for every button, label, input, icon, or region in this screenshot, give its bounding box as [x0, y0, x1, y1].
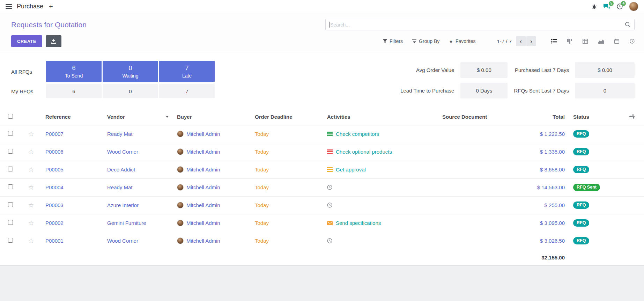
vendor-link[interactable]: Gemini Furniture: [107, 220, 146, 226]
table-row[interactable]: ☆ P00005 Deco Addict Mitchell Admin Toda…: [0, 161, 644, 178]
optional-columns-icon[interactable]: [620, 109, 644, 125]
order-deadline-text: Today: [255, 131, 269, 137]
activity-view-icon[interactable]: [630, 39, 635, 44]
column-header-source-document[interactable]: Source Document: [438, 109, 527, 125]
buyer-link[interactable]: Mitchell Admin: [186, 167, 220, 172]
column-header-total[interactable]: Total: [527, 109, 569, 125]
column-header-reference[interactable]: Reference: [41, 109, 103, 125]
kpi-late[interactable]: 7 Late: [159, 61, 215, 82]
activity-label: Check competitors: [336, 131, 379, 137]
favorite-star-icon[interactable]: ☆: [28, 130, 34, 138]
schedule-activity-clock-icon: [327, 238, 332, 243]
vendor-link[interactable]: Wood Corner: [107, 149, 138, 155]
reference-link[interactable]: P00003: [45, 202, 64, 208]
reference-link[interactable]: P00004: [45, 184, 64, 190]
search-icon[interactable]: [625, 22, 631, 28]
buyer-link[interactable]: Mitchell Admin: [186, 220, 220, 226]
list-view-icon[interactable]: [551, 39, 557, 44]
column-header-status[interactable]: Status: [569, 109, 620, 125]
table-row[interactable]: ☆ P00006 Wood Corner Mitchell Admin Toda…: [0, 143, 644, 161]
source-document-cell: [438, 125, 527, 143]
reference-link[interactable]: P00002: [45, 220, 64, 226]
activity-cell[interactable]: Get approval: [327, 167, 434, 172]
row-checkbox[interactable]: [8, 184, 13, 189]
pager-range: 1-7 / 7: [497, 38, 512, 44]
reference-link[interactable]: P00001: [45, 238, 64, 244]
app-name[interactable]: Purchase: [17, 3, 43, 10]
table-row[interactable]: ☆ P00007 Ready Mat Mitchell Admin Today …: [0, 125, 644, 143]
row-checkbox[interactable]: [8, 202, 13, 207]
table-row[interactable]: ☆ P00003 Azure Interior Mitchell Admin T…: [0, 196, 644, 214]
row-checkbox[interactable]: [8, 220, 13, 225]
total-amount: $ 255.00: [527, 196, 569, 214]
favorites-button[interactable]: ★ Favorites: [449, 38, 475, 44]
search-bar[interactable]: [325, 19, 635, 30]
vendor-link[interactable]: Deco Addict: [107, 167, 135, 172]
pivot-view-icon[interactable]: [583, 39, 588, 44]
messages-icon[interactable]: 5: [603, 3, 610, 9]
column-header-vendor[interactable]: Vendor: [103, 109, 173, 125]
activity-cell[interactable]: Check optional products: [327, 149, 434, 155]
vendor-link[interactable]: Azure Interior: [107, 202, 139, 208]
row-checkbox[interactable]: [8, 149, 13, 154]
user-avatar[interactable]: [629, 2, 638, 11]
activity-cell[interactable]: [327, 203, 434, 208]
buyer-link[interactable]: Mitchell Admin: [186, 131, 220, 137]
buyer-link[interactable]: Mitchell Admin: [186, 149, 220, 155]
buyer-link[interactable]: Mitchell Admin: [186, 238, 220, 244]
activity-cell[interactable]: [327, 185, 434, 190]
create-button[interactable]: CREATE: [11, 35, 42, 47]
rfqs-sent-last-7-days: 0: [575, 83, 635, 98]
filters-button[interactable]: Filters: [383, 38, 403, 44]
my-waiting[interactable]: 0: [103, 84, 158, 98]
kpi-stats-grid: Avg Order Value $ 0.00 Purchased Last 7 …: [400, 62, 635, 98]
debug-bug-icon[interactable]: [592, 4, 597, 9]
kpi-to-send[interactable]: 6 To Send: [46, 61, 102, 82]
vendor-link[interactable]: Ready Mat: [107, 131, 133, 137]
kanban-view-icon[interactable]: [567, 39, 572, 44]
reference-link[interactable]: P00005: [45, 167, 64, 172]
kpi-waiting[interactable]: 0 Waiting: [103, 61, 158, 82]
column-header-activities[interactable]: Activities: [323, 109, 438, 125]
search-input[interactable]: [330, 22, 625, 28]
favorite-star-icon[interactable]: ☆: [28, 184, 34, 191]
activity-cell[interactable]: Check competitors: [327, 131, 434, 137]
activity-cell[interactable]: [327, 238, 434, 243]
export-button[interactable]: [46, 35, 61, 47]
column-header-order-deadline[interactable]: Order Deadline: [251, 109, 323, 125]
favorite-star-icon[interactable]: ☆: [28, 201, 34, 209]
favorite-star-icon[interactable]: ☆: [28, 237, 34, 244]
row-checkbox[interactable]: [8, 167, 13, 171]
table-row[interactable]: ☆ P00002 Gemini Furniture Mitchell Admin…: [0, 214, 644, 232]
table-row[interactable]: ☆ P00001 Wood Corner Mitchell Admin Toda…: [0, 232, 644, 250]
activities-count-badge: 4: [621, 1, 626, 6]
table-row[interactable]: ☆ P00004 Ready Mat Mitchell Admin Today …: [0, 178, 644, 196]
reference-link[interactable]: P00007: [45, 131, 64, 137]
activity-label: Send specifications: [336, 220, 381, 226]
vendor-link[interactable]: Ready Mat: [107, 184, 133, 190]
calendar-view-icon[interactable]: [614, 39, 619, 44]
activity-cell[interactable]: Send specifications: [327, 220, 434, 226]
column-header-buyer[interactable]: Buyer: [173, 109, 251, 125]
favorite-star-icon[interactable]: ☆: [28, 166, 34, 173]
row-checkbox[interactable]: [8, 131, 13, 136]
graph-view-icon[interactable]: [598, 39, 604, 44]
my-late[interactable]: 7: [159, 84, 215, 98]
pager-previous-button[interactable]: ‹: [516, 36, 526, 46]
buyer-link[interactable]: Mitchell Admin: [186, 202, 220, 208]
favorite-star-icon[interactable]: ☆: [28, 219, 34, 227]
buyer-link[interactable]: Mitchell Admin: [186, 184, 220, 190]
favorite-star-icon[interactable]: ☆: [28, 148, 34, 155]
activities-clock-icon[interactable]: 4: [617, 3, 623, 9]
reference-link[interactable]: P00006: [45, 149, 64, 155]
plus-icon[interactable]: +: [49, 3, 53, 10]
my-to-send[interactable]: 6: [46, 84, 102, 98]
pager-next-button[interactable]: ›: [526, 36, 536, 46]
source-document-cell: [438, 161, 527, 178]
group-by-button[interactable]: Group By: [412, 38, 439, 44]
vendor-link[interactable]: Wood Corner: [107, 238, 138, 244]
text-cursor: [329, 22, 330, 28]
select-all-checkbox[interactable]: [8, 114, 13, 119]
apps-menu-icon[interactable]: [6, 4, 12, 9]
row-checkbox[interactable]: [8, 238, 13, 243]
